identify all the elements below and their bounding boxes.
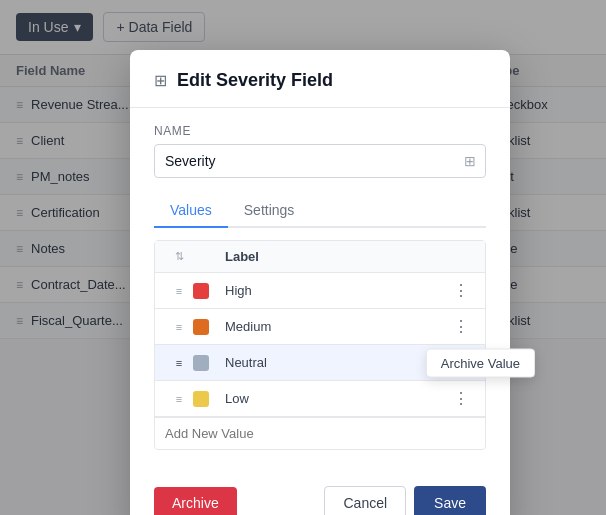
more-options-high[interactable]: ⋮	[447, 281, 475, 300]
more-options-low[interactable]: ⋮	[447, 389, 475, 408]
field-type-icon: ⊞	[464, 153, 476, 169]
sort-icon: ⇅	[165, 250, 193, 263]
modal-header: ⊞ Edit Severity Field	[130, 50, 510, 108]
archive-value-dropdown[interactable]: Archive Value	[426, 348, 535, 377]
modal-footer: Archive Cancel Save	[130, 474, 510, 515]
archive-button[interactable]: Archive	[154, 487, 237, 515]
value-row-low: ≡ Low ⋮	[155, 381, 485, 417]
edit-field-modal: ⊞ Edit Severity Field Name ⊞ Values Sett…	[130, 50, 510, 515]
value-label-medium: Medium	[221, 319, 447, 334]
drag-handle-high: ≡	[165, 285, 193, 297]
archive-value-label: Archive Value	[441, 355, 520, 370]
drag-handle-low: ≡	[165, 393, 193, 405]
footer-right-buttons: Cancel Save	[324, 486, 486, 515]
drag-handle-neutral: ≡	[165, 357, 193, 369]
value-label-neutral: Neutral	[221, 355, 447, 370]
color-dot-high	[193, 283, 209, 299]
values-table: ⇅ Label ≡ High ⋮ ≡ Medium ⋮ ≡	[154, 240, 486, 450]
value-row-neutral: ≡ Neutral ⋮ Archive Value	[155, 345, 485, 381]
cancel-button[interactable]: Cancel	[324, 486, 406, 515]
grid-icon: ⊞	[154, 71, 167, 90]
tab-settings[interactable]: Settings	[228, 194, 311, 228]
color-dot-medium	[193, 319, 209, 335]
name-input-wrap: ⊞	[154, 144, 486, 178]
values-header-row: ⇅ Label	[155, 241, 485, 273]
more-options-medium[interactable]: ⋮	[447, 317, 475, 336]
value-row-medium: ≡ Medium ⋮	[155, 309, 485, 345]
color-dot-neutral	[193, 355, 209, 371]
name-label: Name	[154, 124, 486, 138]
name-input[interactable]	[154, 144, 486, 178]
value-row-high: ≡ High ⋮	[155, 273, 485, 309]
save-button[interactable]: Save	[414, 486, 486, 515]
tab-values[interactable]: Values	[154, 194, 228, 228]
label-col-header: Label	[221, 249, 447, 264]
drag-handle-medium: ≡	[165, 321, 193, 333]
value-label-low: Low	[221, 391, 447, 406]
value-label-high: High	[221, 283, 447, 298]
tabs: Values Settings	[154, 194, 486, 228]
color-dot-low	[193, 391, 209, 407]
add-value-input[interactable]	[155, 417, 485, 449]
modal-body: Name ⊞ Values Settings ⇅ Label ≡ High ⋮	[130, 108, 510, 474]
modal-title: Edit Severity Field	[177, 70, 333, 91]
